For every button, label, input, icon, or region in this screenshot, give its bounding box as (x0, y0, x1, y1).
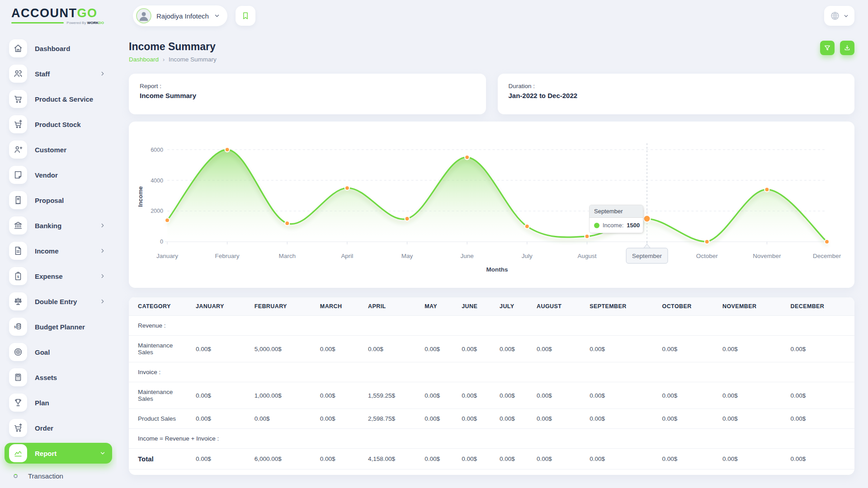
svg-text:0: 0 (160, 239, 163, 245)
sidebar-item-plan[interactable]: Plan (5, 392, 112, 413)
brand-logo: ACCOUNTGO Powered By WORKDO (11, 7, 104, 25)
value-cell: 0.00$ (533, 449, 586, 469)
value-cell: 0.00$ (533, 409, 586, 429)
sidebar-item-double-entry[interactable]: Double Entry (5, 291, 112, 312)
filter-button[interactable] (820, 41, 835, 55)
sidebar-item-banking[interactable]: Banking (5, 215, 112, 236)
value-cell: 0.00$ (496, 449, 533, 469)
svg-text:2000: 2000 (151, 208, 163, 214)
sidebar-item-income[interactable]: Income (5, 240, 112, 261)
value-cell: 0.00$ (192, 382, 251, 409)
breadcrumb-dashboard-link[interactable]: Dashboard (129, 56, 159, 63)
sidebar-nav: DashboardStaffProduct & ServiceProduct S… (0, 32, 117, 488)
column-header-september: SEPTEMBER (586, 297, 658, 316)
data-point-may (405, 216, 410, 221)
column-header-december: DECEMBER (787, 297, 854, 316)
svg-text:January: January (156, 253, 178, 259)
value-cell: 0.00$ (316, 449, 364, 469)
svg-text:August: August (577, 253, 596, 259)
table-row-total: Total0.00$6,000.00$0.00$4,158.00$0.00$0.… (129, 449, 854, 469)
sidebar-item-staff[interactable]: Staff (5, 63, 112, 84)
sidebar-item-report[interactable]: Report (5, 443, 112, 464)
section-label: Income = Revenue + Invoice : (129, 429, 854, 449)
language-selector[interactable] (824, 6, 854, 26)
income-area-chart[interactable]: 0200040006000JanuaryFebruaryMarchAprilMa… (129, 122, 854, 288)
value-cell: 0.00$ (586, 336, 658, 362)
chevron-right-icon (99, 70, 106, 77)
value-cell: 0.00$ (421, 336, 458, 362)
category-cell: Product Sales (129, 409, 192, 429)
category-cell: Maintenance Sales (129, 336, 192, 362)
value-cell: 6,000.00$ (251, 449, 316, 469)
company-avatar (136, 8, 151, 23)
value-cell: 4,158.00$ (364, 449, 421, 469)
filter-icon (824, 44, 831, 52)
svg-text:March: March (279, 253, 296, 259)
value-cell: 0.00$ (719, 409, 787, 429)
value-cell: 0.00$ (316, 336, 364, 362)
sidebar-item-goal[interactable]: Goal (5, 342, 112, 362)
chevron-down-icon (99, 450, 106, 456)
svg-text:Income: Income (137, 186, 144, 206)
chevron-right-icon (99, 298, 106, 305)
sidebar-item-proposal[interactable]: Proposal (5, 190, 112, 211)
bookmark-button[interactable] (236, 6, 255, 26)
breadcrumb-separator: › (163, 56, 165, 63)
sidebar-subitem-transaction[interactable]: Transaction (14, 468, 112, 483)
table-row-maintenance-sales: Maintenance Sales0.00$1,000.00$0.00$1,55… (129, 382, 854, 409)
data-point-june (465, 155, 469, 160)
value-cell: 0.00$ (586, 449, 658, 469)
svg-text:July: July (522, 253, 533, 259)
sidebar-item-assets[interactable]: Assets (5, 367, 112, 388)
value-cell: 0.00$ (787, 409, 854, 429)
value-cell: 0.00$ (719, 336, 787, 362)
sidebar-item-expense[interactable]: $Expense (5, 266, 112, 286)
chevron-down-icon (214, 13, 220, 19)
sidebar-item-vendor[interactable]: Vendor (5, 164, 112, 185)
series-dot-icon (594, 223, 599, 228)
svg-text:$: $ (14, 325, 16, 329)
value-cell: 0.00$ (251, 409, 316, 429)
column-header-category: CATEGORY (129, 297, 192, 316)
section-label: Revenue : (129, 316, 854, 336)
note-icon (9, 166, 27, 184)
sidebar-item-customer[interactable]: Customer (5, 139, 112, 160)
value-cell: 0.00$ (586, 409, 658, 429)
brand-logo-text: ACCOUNTGO (11, 7, 104, 19)
svg-text:4000: 4000 (151, 178, 163, 184)
sidebar-item-dashboard[interactable]: Dashboard (5, 38, 112, 59)
column-header-june: JUNE (458, 297, 496, 316)
value-cell: 0.00$ (659, 409, 719, 429)
tooltip-series-label: Income: (603, 222, 623, 229)
sidebar-item-product-service[interactable]: Product & Service (5, 89, 112, 109)
sidebar-item-order[interactable]: Order (5, 418, 112, 438)
data-point-september (644, 215, 651, 222)
cart-icon (9, 90, 27, 108)
column-header-april: APRIL (364, 297, 421, 316)
sidebar-item-budget-planner[interactable]: $Budget Planner (5, 316, 112, 337)
column-header-november: NOVEMBER (719, 297, 787, 316)
report-card: Report : Income Summary (129, 74, 486, 114)
category-cell: Maintenance Sales (129, 382, 192, 409)
home-icon (9, 39, 27, 57)
value-cell: 0.00$ (458, 336, 496, 362)
value-cell: 0.00$ (787, 382, 854, 409)
value-cell: 1,559.25$ (364, 382, 421, 409)
download-button[interactable] (840, 41, 854, 55)
svg-text:February: February (215, 253, 240, 259)
cart-plus-icon (9, 419, 27, 437)
clipboard-dollar-icon: $ (9, 267, 27, 285)
value-cell: 0.00$ (458, 382, 496, 409)
value-cell: 0.00$ (364, 336, 421, 362)
tooltip-value: 1500 (627, 222, 640, 229)
globe-icon (830, 10, 840, 21)
sidebar-item-product-stock[interactable]: Product Stock (5, 114, 112, 135)
company-selector[interactable]: Rajodiya Infotech (133, 5, 227, 26)
data-point-november (764, 187, 769, 192)
users-icon (9, 65, 27, 83)
trophy-icon (9, 394, 27, 412)
chevron-right-icon (99, 248, 106, 254)
tooltip-title: September (590, 205, 643, 218)
data-point-february (225, 147, 230, 152)
target-icon (9, 343, 27, 361)
